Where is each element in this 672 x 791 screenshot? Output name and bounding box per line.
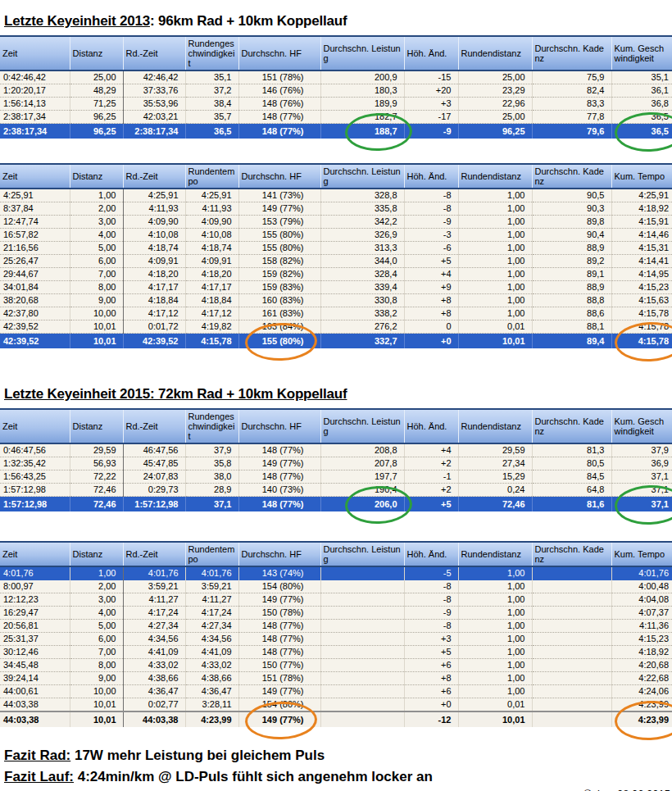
summary-value: 10,01 [502, 336, 525, 346]
summary-value: 188,7 [375, 126, 397, 136]
cell: 36,8 [611, 98, 672, 111]
column-header: Kum. Geschwindigkeit [611, 36, 672, 70]
cell: 1:32:35,42 [0, 457, 70, 471]
cell: 42:46,42 [123, 70, 185, 84]
summary-value: 72,46 [93, 499, 116, 509]
summary-value: 2:38:17,34 [134, 126, 178, 136]
summary-cell: 42:39,52 [0, 334, 70, 349]
cell [320, 685, 404, 698]
cell: 148 (77%) [238, 646, 320, 659]
table-row: 29:44,677,004:18,204:18,20159 (82%)328,4… [0, 268, 672, 281]
cell: 4:01,76 [123, 566, 185, 580]
summary-cell: 44:03,38 [123, 711, 185, 727]
cell: 22,96 [458, 98, 532, 111]
summary-cell: 4:15,78 [185, 334, 238, 349]
cell: 4:09,91 [123, 255, 185, 268]
summary-value: 4:15,78 [638, 336, 669, 346]
cell: 180,3 [320, 84, 404, 98]
cell: 96,25 [70, 111, 123, 124]
summary-cell: 1:57:12,98 [0, 497, 70, 512]
cell: 326,9 [320, 229, 404, 242]
column-header: Durchschn. Leistung [320, 164, 404, 189]
cell: 8:37,84 [0, 202, 70, 216]
summary-value: 36,5 [652, 126, 669, 136]
summary-value: 4:23,99 [638, 715, 669, 725]
column-header: Rd.-Zeit [123, 36, 185, 70]
summary-cell: 36,5 [185, 124, 238, 139]
cell: 4:34,56 [123, 633, 185, 646]
column-header: Höh. Änd. [404, 36, 458, 70]
column-header: Kum. Tempo [611, 164, 672, 189]
table-row: 25:31,376,004:34,564:34,56148 (77%)+31,0… [0, 633, 672, 646]
conclusion-rad: Fazit Rad: 17W mehr Leistung bei gleiche… [4, 745, 672, 766]
cell: 4:17,24 [185, 607, 238, 620]
cell: 4:22,68 [611, 672, 672, 685]
cell: 328,8 [320, 189, 404, 202]
table-row: 0:42:46,4225,0042:46,4235,1151 (78%)200,… [0, 70, 672, 84]
cell: 4:25,91 [0, 189, 70, 202]
summary-value: 96,25 [502, 126, 525, 136]
cell: 4:41,09 [123, 646, 185, 659]
cell: -5 [404, 566, 458, 580]
cell: 0:02,77 [123, 698, 185, 712]
lauf-2013-grid: ZeitDistanzRd.-ZeitRundentempoDurchschn.… [0, 163, 672, 348]
cell: 4:36,47 [123, 685, 185, 698]
summary-value: 42:39,52 [3, 336, 39, 346]
cell: 161 (83%) [238, 307, 320, 320]
cell: 42:03,21 [123, 111, 185, 124]
cell [532, 672, 611, 685]
summary-row: 1:57:12,9872,461:57:12,9837,1148 (77%)20… [0, 497, 672, 512]
summary-cell [532, 711, 611, 727]
summary-value: 149 (77%) [262, 715, 304, 725]
cell: 4:11,27 [185, 593, 238, 607]
cell: 159 (83%) [238, 281, 320, 294]
cell: 16:57,82 [0, 229, 70, 242]
table-row: 39:24,149,004:38,664:38,66151 (78%)+81,0… [0, 672, 672, 685]
cell: 88,9 [532, 242, 611, 255]
summary-cell [320, 711, 404, 727]
cell: +20 [404, 84, 458, 98]
column-header: Durchschn. Kadenz [532, 36, 611, 70]
column-header: Rundendistanz [458, 542, 532, 566]
cell: 4,00 [70, 607, 123, 620]
cell: 149 (77%) [238, 202, 320, 216]
summary-value: 81,6 [587, 499, 604, 509]
column-header: Höh. Änd. [404, 542, 458, 566]
cell: 3:28,11 [185, 698, 238, 712]
cell: 158 (82%) [238, 255, 320, 268]
table-row: 0:46:47,5629,5946:47,5637,9148 (77%)208,… [0, 443, 672, 457]
cell: 56,93 [70, 457, 123, 471]
summary-cell: 96,25 [70, 124, 123, 139]
cell: 1:57:12,98 [0, 484, 70, 497]
summary-cell: 42:39,52 [123, 334, 185, 349]
column-header: Rundengeschwindigkeit [185, 36, 238, 70]
cell: 4:18,74 [185, 242, 238, 255]
cell [320, 566, 404, 580]
cell: 7,00 [70, 646, 123, 659]
cell: 27,34 [458, 457, 532, 471]
cell: 4:18,92 [611, 202, 672, 216]
cell: 1,00 [458, 307, 532, 320]
cell: 4:25,91 [123, 189, 185, 202]
cell: -3 [404, 229, 458, 242]
table-lauf-2015: ZeitDistanzRd.-ZeitRundentempoDurchschn.… [0, 541, 672, 727]
cell: 34:01,84 [0, 281, 70, 294]
summary-value: 2:38:17,34 [3, 126, 47, 136]
cell: 4:18,74 [123, 242, 185, 255]
summary-cell: +5 [404, 497, 458, 512]
cell [320, 633, 404, 646]
column-header: Distanz [70, 409, 123, 443]
cell: +6 [404, 685, 458, 698]
cell: 339,4 [320, 281, 404, 294]
summary-cell: -12 [404, 711, 458, 727]
cell: 35:53,96 [123, 98, 185, 111]
cell: 154 (80%) [238, 580, 320, 593]
cell: 29,59 [70, 443, 123, 457]
cell: 4:18,84 [123, 294, 185, 307]
summary-cell: 149 (77%) [238, 711, 320, 727]
cell: +5 [404, 255, 458, 268]
cell: 4:34,56 [185, 633, 238, 646]
cell: +9 [404, 281, 458, 294]
cell: 48,29 [70, 84, 123, 98]
summary-value: 1:57:12,98 [3, 499, 47, 509]
